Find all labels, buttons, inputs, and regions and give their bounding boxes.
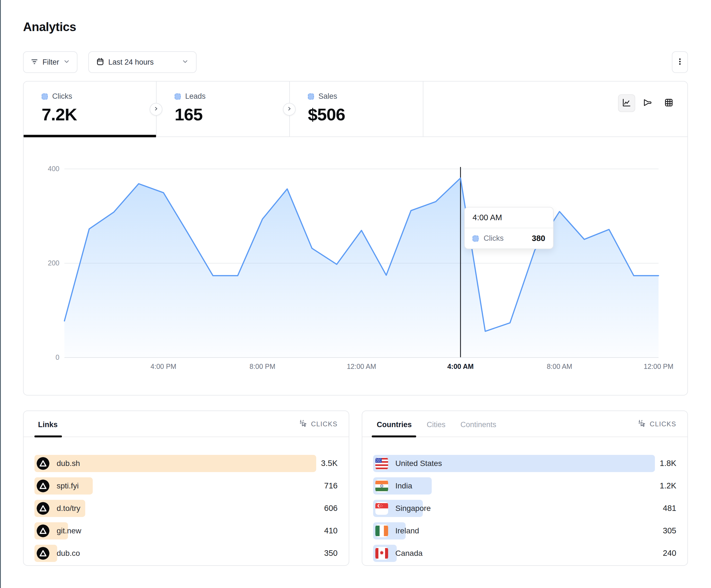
- chevron-right-icon: [286, 106, 292, 113]
- item-value: 1.8K: [660, 459, 676, 468]
- metric-label: CLICKS: [650, 420, 676, 428]
- list-item[interactable]: dub.sh3.5K: [35, 455, 315, 472]
- cursor-click-icon: [299, 420, 308, 429]
- chevron-right-icon: [153, 106, 159, 113]
- filter-button-label: Filter: [42, 58, 59, 67]
- item-value: 410: [324, 526, 338, 535]
- item-label: d.to/try: [57, 504, 81, 513]
- clicks-series-swatch-icon: [42, 93, 48, 99]
- metric-selector-clicks[interactable]: CLICKS: [299, 420, 338, 429]
- tab-clicks[interactable]: Clicks 7.2K: [24, 82, 156, 137]
- kebab-menu-icon: [676, 58, 684, 67]
- ca-flag-icon: [375, 547, 388, 560]
- tab-divider: [423, 82, 423, 136]
- y-axis-tick-label: 200: [26, 259, 59, 267]
- tooltip-series-label: Clicks: [483, 234, 503, 243]
- tab-countries[interactable]: Countries: [377, 421, 412, 429]
- dub-logo-icon: [37, 479, 49, 492]
- item-label: Singapore: [395, 504, 431, 513]
- item-label: spti.fyi: [57, 481, 79, 490]
- item-label: dub.sh: [57, 459, 80, 468]
- page-title: Analytics: [23, 20, 76, 34]
- list-item[interactable]: git.new410: [35, 522, 315, 540]
- list-item[interactable]: d.to/try606: [35, 500, 315, 517]
- analytics-page: Analytics Filter Last 24 hours: [0, 0, 711, 588]
- item-label: git.new: [57, 526, 81, 535]
- ie-flag-icon: [375, 524, 388, 537]
- y-axis-tick-label: 0: [26, 353, 59, 361]
- chart-view-switcher: [618, 94, 677, 112]
- x-axis-tick-label: 12:00 PM: [636, 362, 681, 370]
- grid-table-icon: [664, 98, 673, 109]
- list-item[interactable]: dub.co350: [35, 545, 315, 562]
- cursor-click-icon: [638, 420, 646, 429]
- stat-label: Leads: [185, 92, 206, 101]
- item-label: Canada: [395, 549, 423, 558]
- list-item[interactable]: spti.fyi716: [35, 477, 315, 495]
- item-label: dub.co: [57, 549, 80, 558]
- date-range-button[interactable]: Last 24 hours: [88, 51, 197, 73]
- area-fill: [64, 178, 659, 357]
- filter-icon: [30, 58, 39, 67]
- grid-table-view-button[interactable]: [660, 94, 677, 112]
- expand-sales-button[interactable]: [283, 103, 296, 116]
- calendar-icon: [96, 58, 104, 67]
- line-chart-view-button[interactable]: [618, 94, 635, 112]
- date-range-label: Last 24 hours: [108, 58, 154, 67]
- stats-tabs-row: Clicks 7.2K Leads 165: [24, 82, 687, 137]
- us-flag-icon: [375, 457, 388, 470]
- chevron-down-icon: [63, 58, 70, 66]
- dub-logo-icon: [37, 547, 49, 560]
- list-item[interactable]: India1.2K: [373, 477, 654, 495]
- item-label: United States: [395, 459, 442, 468]
- tab-leads[interactable]: Leads 165: [156, 82, 289, 137]
- metric-label: CLICKS: [311, 420, 338, 428]
- more-options-button[interactable]: [672, 51, 688, 73]
- tooltip-value: 380: [532, 234, 545, 243]
- list-item[interactable]: United States1.8K: [373, 455, 654, 472]
- countries-list: United States1.8KIndia1.2KSingapore481Ir…: [373, 455, 654, 562]
- item-value: 606: [324, 504, 338, 513]
- list-item[interactable]: Ireland305: [373, 522, 654, 540]
- expand-leads-button[interactable]: [150, 103, 163, 116]
- item-value: 305: [663, 526, 676, 535]
- stat-value: 165: [175, 105, 206, 124]
- active-tab-underline: [35, 435, 62, 437]
- item-value: 350: [324, 549, 338, 558]
- tab-links[interactable]: Links: [38, 421, 58, 429]
- window-edge-strip: [0, 0, 1, 588]
- stat-label: Sales: [319, 92, 337, 101]
- active-tab-underline: [24, 135, 156, 137]
- chevron-down-icon: [181, 58, 189, 66]
- x-axis-tick-label: 12:00 AM: [339, 362, 384, 370]
- item-value: 240: [663, 549, 676, 558]
- item-value: 716: [324, 481, 338, 490]
- x-axis-tick-label: 4:00 PM: [141, 362, 186, 370]
- y-axis-tick-label: 400: [26, 165, 59, 173]
- funnel-chart-icon: [643, 98, 652, 109]
- filter-button[interactable]: Filter: [23, 51, 78, 73]
- funnel-chart-view-button[interactable]: [639, 94, 656, 112]
- tab-cities[interactable]: Cities: [427, 421, 446, 429]
- analytics-chart-panel: Clicks 7.2K Leads 165: [23, 81, 688, 395]
- tab-continents[interactable]: Continents: [460, 421, 496, 429]
- dub-logo-icon: [37, 457, 49, 470]
- countries-panel-header: Countries Cities Continents CLICKS: [362, 411, 687, 437]
- sg-flag-icon: [375, 502, 388, 515]
- item-value: 481: [663, 504, 676, 513]
- list-item[interactable]: Singapore481: [373, 500, 654, 517]
- clicks-area-chart[interactable]: [64, 166, 659, 358]
- x-axis-tick-label: 4:00 AM: [438, 362, 483, 370]
- links-list: dub.sh3.5Kspti.fyi716d.to/try606git.new4…: [35, 455, 315, 562]
- metric-selector-clicks[interactable]: CLICKS: [638, 420, 676, 429]
- tab-sales[interactable]: Sales $506: [290, 82, 423, 137]
- tooltip-title: 4:00 AM: [465, 207, 553, 228]
- item-value: 3.5K: [321, 459, 338, 468]
- links-panel-header: Links CLICKS: [24, 411, 349, 437]
- list-item[interactable]: Canada240: [373, 545, 654, 562]
- x-axis-tick-label: 8:00 AM: [537, 362, 582, 370]
- stat-value: 7.2K: [42, 105, 77, 124]
- line-chart-icon: [622, 98, 631, 109]
- stat-value: $506: [308, 105, 345, 124]
- dub-logo-icon: [37, 502, 49, 515]
